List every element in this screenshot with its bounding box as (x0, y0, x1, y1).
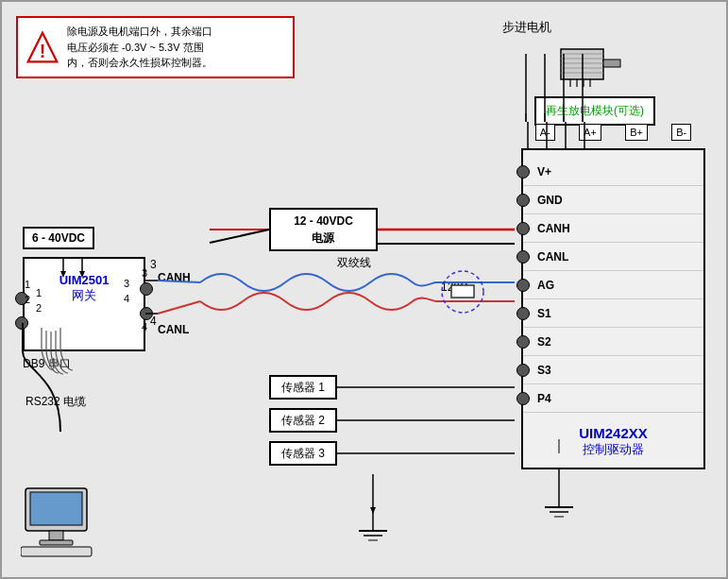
svg-text:3: 3 (150, 258, 157, 271)
terminal-list: V+ GND CANH CANL AG (523, 158, 703, 413)
canl-wire-label: CANL (158, 323, 189, 336)
terminal-canh: CANH (523, 214, 703, 243)
warning-text: 除电源及电机端口外，其余端口 电压必须在 -0.3V ~ 5.3V 范围 内，否… (67, 24, 212, 71)
terminal-vplus: V+ (523, 158, 703, 186)
stepper-label: 步进电机 (502, 19, 551, 36)
svg-rect-16 (40, 540, 73, 545)
sensor-2-box: 传感器 2 (269, 408, 337, 433)
gateway-right-ports (140, 282, 153, 320)
terminal-ag: AG (523, 271, 703, 299)
svg-line-42 (158, 301, 200, 314)
controller-box: A- A+ B+ B- V+ GND CANH (521, 148, 705, 469)
warning-box: ! 除电源及电机端口外，其余端口 电压必须在 -0.3V ~ 5.3V 范围 内… (16, 16, 295, 78)
port-2-dot (15, 316, 28, 330)
gateway-box: UIM2501 网关 1 2 3 4 (23, 257, 145, 351)
connector-b-minus: B- (671, 124, 691, 141)
main-diagram: ! 除电源及电机端口外，其余端口 电压必须在 -0.3V ~ 5.3V 范围 内… (0, 0, 728, 579)
svg-rect-15 (49, 531, 63, 540)
terminal-p4: P4 (523, 384, 703, 413)
svg-line-33 (210, 230, 269, 243)
svg-marker-64 (370, 507, 376, 514)
regen-module: 再生放电模块(可选) (534, 96, 655, 126)
gateway-port-3-label: 3 (142, 267, 147, 279)
terminal-s3: S3 (523, 356, 703, 384)
port-1-label: 1 (36, 287, 42, 298)
canh-wire-label: CANH (158, 271, 191, 284)
svg-text:!: ! (40, 41, 46, 61)
port-2-label: 2 (36, 302, 42, 314)
terminal-s2: S2 (523, 328, 703, 356)
gateway-port-2-label: 2 (25, 294, 30, 305)
gateway-port-4-label: 4 (142, 321, 147, 332)
terminal-s1: S1 (523, 299, 703, 328)
power-input-label: 6 - 40VDC (23, 227, 94, 249)
resistor-label: 120Ω (441, 281, 468, 294)
sensor-3-box: 传感器 3 (269, 441, 337, 466)
controller-name: UIM242XX 控制驱动器 (523, 425, 703, 458)
svg-rect-3 (603, 60, 620, 67)
port-4-dot (140, 307, 153, 320)
svg-rect-17 (21, 547, 92, 556)
power-supply-box: 12 - 40VDC 12 - 40VDC 电源 电源 (269, 208, 378, 251)
port-4-label: 4 (124, 293, 129, 304)
computer-graphic (21, 486, 106, 560)
db9-label: DB9 串口 (23, 356, 71, 372)
terminal-canl: CANL (523, 243, 703, 271)
terminal-gnd: GND (523, 186, 703, 214)
connector-a-plus: A+ (579, 124, 601, 141)
rs232-label: RS232 电缆 (25, 394, 86, 410)
svg-rect-14 (30, 492, 82, 525)
port-3-dot (140, 282, 153, 296)
twisted-pair-label: 双绞线 (337, 255, 371, 271)
port-3-label: 3 (124, 278, 129, 289)
motor-connectors: A- A+ B+ B- (523, 124, 703, 141)
sensor-1-box: 传感器 1 (269, 375, 337, 400)
connector-b-plus: B+ (625, 124, 648, 141)
stepper-motor-graphic (556, 35, 632, 90)
connector-a-minus: A- (535, 124, 555, 141)
warning-icon: ! (25, 30, 59, 64)
power-supply-label: 12 - 40VDC 12 - 40VDC 电源 电源 (294, 213, 353, 247)
gateway-port-1-label: 1 (25, 279, 30, 290)
